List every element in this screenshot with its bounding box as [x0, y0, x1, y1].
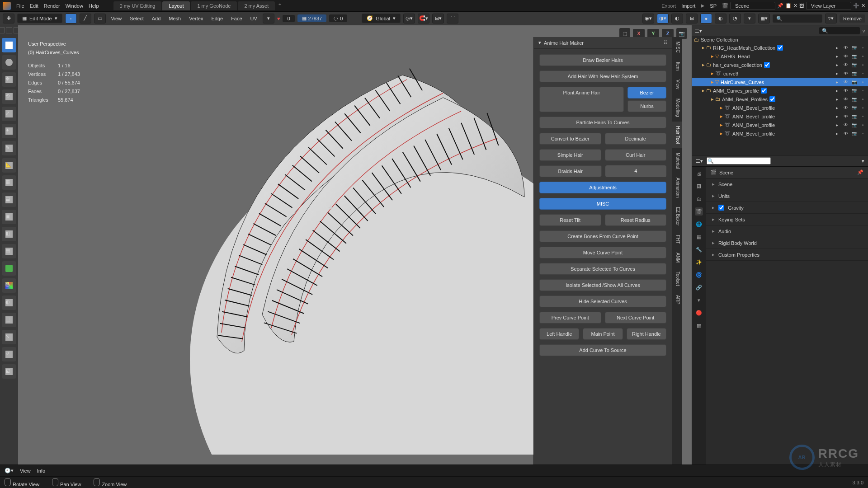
hide-render-icon[interactable]: 📷: [851, 96, 858, 103]
restrict-select-icon[interactable]: ▸: [834, 113, 840, 120]
add-curve-source-button[interactable]: Add Curve To Source: [539, 344, 666, 356]
disable-icon[interactable]: ▫: [859, 130, 866, 137]
simple-hair-button[interactable]: Simple Hair: [539, 149, 601, 161]
timeline-editor-icon[interactable]: 🕘▾: [5, 468, 14, 474]
tool-select-box[interactable]: [2, 38, 16, 52]
ntab-item[interactable]: Item: [672, 57, 682, 75]
axis-y[interactable]: Y: [647, 29, 659, 38]
next-curve-point-button[interactable]: Next Curve Point: [605, 312, 667, 324]
import-button[interactable]: Import: [681, 3, 695, 9]
disable-icon[interactable]: ▫: [859, 96, 866, 103]
ntab-view[interactable]: View: [672, 75, 682, 94]
outliner-row[interactable]: ▸ ➰curve3▸👁📷▫: [692, 69, 868, 78]
menu-edit[interactable]: Edit: [30, 3, 38, 9]
outliner-row[interactable]: ▸ ➰ANM_Bevel_profile▸👁📷▫: [692, 129, 868, 138]
prev-curve-point-button[interactable]: Prev Curve Point: [539, 312, 601, 324]
outliner-row[interactable]: ▸ ▽ARHG_Head▸👁📷▫: [692, 52, 868, 61]
misc-button[interactable]: MISC: [539, 198, 666, 210]
ptab-render-icon[interactable]: 🖨: [695, 169, 703, 178]
props-options-icon[interactable]: ▾: [862, 158, 864, 164]
shading-solid-icon[interactable]: ●: [700, 14, 712, 23]
sp-button[interactable]: SP: [710, 3, 717, 9]
status-view[interactable]: View: [20, 468, 31, 474]
tool-smooth[interactable]: ⬚: [2, 313, 16, 327]
ptab-texture-icon[interactable]: ▩: [695, 321, 703, 329]
gravity-checkbox[interactable]: [718, 205, 724, 211]
ptab-constraint-icon[interactable]: 🔗: [695, 283, 703, 291]
tab-geonode[interactable]: 1 my GeoNode: [191, 1, 237, 10]
editor-type-icon[interactable]: ✚: [3, 14, 14, 23]
hide-viewport-icon[interactable]: 👁: [842, 79, 849, 85]
hide-viewport-icon[interactable]: 👁: [842, 130, 849, 137]
viewlayer-new-icon[interactable]: ➕: [853, 3, 859, 9]
hide-render-icon[interactable]: 📷: [851, 44, 858, 51]
move-curve-point-button[interactable]: Move Curve Point: [539, 247, 666, 258]
restrict-select-icon[interactable]: ▸: [834, 122, 840, 128]
ptab-data-icon[interactable]: ▾: [695, 296, 703, 304]
ptab-particle-icon[interactable]: ✨: [695, 258, 703, 266]
scene-pin-icon[interactable]: 📌: [777, 3, 783, 9]
outliner-row[interactable]: ▸ ➰ANM_Bevel_profile▸👁📷▫: [692, 103, 868, 112]
xray-icon[interactable]: ◐: [671, 14, 683, 23]
hide-render-icon[interactable]: 📷: [851, 79, 858, 85]
restrict-select-icon[interactable]: ▸: [834, 53, 840, 60]
3d-viewport[interactable]: ⬚ X Y Z 📷 User Perspective (0) HairCurve…: [18, 25, 692, 488]
curl-hair-button[interactable]: Curl Hair: [605, 149, 667, 161]
adjustments-button[interactable]: Adjustments: [539, 182, 666, 193]
add-workspace-button[interactable]: +: [276, 1, 284, 10]
hide-viewport-icon[interactable]: 👁: [842, 122, 849, 128]
outliner-row[interactable]: ▸ ➰ANM_Bevel_profile▸👁📷▫: [692, 121, 868, 129]
hide-render-icon[interactable]: 📷: [851, 53, 858, 60]
mesh-sel-icon[interactable]: ▾: [263, 14, 274, 23]
restrict-select-icon[interactable]: ▸: [834, 44, 840, 51]
hide-viewport-icon[interactable]: 👁: [842, 44, 849, 51]
disable-icon[interactable]: ▫: [859, 113, 866, 120]
tool-loopcut[interactable]: ▤: [2, 244, 16, 258]
section-audio[interactable]: ▸Audio: [706, 225, 868, 237]
ptab-world-icon[interactable]: 🌐: [695, 220, 703, 228]
main-point-button[interactable]: Main Point: [583, 328, 623, 340]
tool-extrude[interactable]: ⬓: [2, 192, 16, 207]
plant-anime-hair-button[interactable]: Plant Anime Hair: [539, 87, 624, 112]
particle-to-curves-button[interactable]: Particle Hairs To Curves: [539, 117, 666, 128]
ptab-object-icon[interactable]: ▦: [695, 233, 703, 241]
shading-rendered-icon[interactable]: ◔: [729, 14, 741, 23]
section-customprops[interactable]: ▸Custom Properties: [706, 249, 868, 261]
status-info[interactable]: Info: [37, 468, 45, 474]
outliner-filter-icon[interactable]: ▿: [863, 28, 865, 34]
disable-icon[interactable]: ▫: [859, 104, 866, 111]
vis-overlay-icon[interactable]: ◑▾: [657, 14, 669, 23]
outliner-row[interactable]: ▸ 🗀ANM_Curves_profile▸👁📷▫: [692, 86, 868, 95]
ntab-animation[interactable]: Animation: [672, 173, 682, 202]
hide-render-icon[interactable]: 📷: [851, 70, 858, 77]
disable-icon[interactable]: ▫: [859, 122, 866, 128]
tool-shrink[interactable]: ⤾: [2, 347, 16, 361]
ptab-scene-icon[interactable]: 🎬: [695, 207, 703, 216]
reset-tilt-button[interactable]: Reset Tilt: [539, 214, 601, 226]
ntab-arp[interactable]: ARP: [672, 291, 682, 309]
isolate-curves-button[interactable]: Isolate Selected /Show All Curves: [539, 279, 666, 291]
props-search-input[interactable]: [707, 157, 771, 164]
ntab-material[interactable]: Material: [672, 148, 682, 174]
selmode-face-icon[interactable]: ▭: [94, 14, 106, 23]
section-rigidbody[interactable]: ▸Rigid Body World: [706, 237, 868, 249]
hide-viewport-icon[interactable]: 👁: [842, 53, 849, 60]
section-keying[interactable]: ▸Keying Sets: [706, 214, 868, 225]
hide-viewport-icon[interactable]: 👁: [842, 70, 849, 77]
viewlayer-name-field[interactable]: View Layer: [806, 2, 851, 10]
disable-icon[interactable]: ▫: [859, 61, 866, 68]
right-handle-button[interactable]: Right Handle: [627, 328, 666, 340]
tool-annotate[interactable]: ✎: [2, 141, 16, 155]
hide-viewport-icon[interactable]: 👁: [842, 61, 849, 68]
hide-render-icon[interactable]: 📷: [851, 130, 858, 137]
restrict-select-icon[interactable]: ▸: [834, 104, 840, 111]
selmode-edge-icon[interactable]: ╱: [80, 14, 91, 23]
restrict-select-icon[interactable]: ▸: [834, 130, 840, 137]
create-bones-button[interactable]: Create Bones From Curve Point: [539, 230, 666, 242]
scene-pin-icon[interactable]: 📌: [857, 169, 863, 175]
disable-icon[interactable]: ▫: [859, 44, 866, 51]
hide-viewport-icon[interactable]: 👁: [842, 113, 849, 120]
hide-viewport-icon[interactable]: 👁: [842, 104, 849, 111]
export-button[interactable]: Export: [661, 3, 676, 9]
hide-render-icon[interactable]: 📷: [851, 122, 858, 128]
